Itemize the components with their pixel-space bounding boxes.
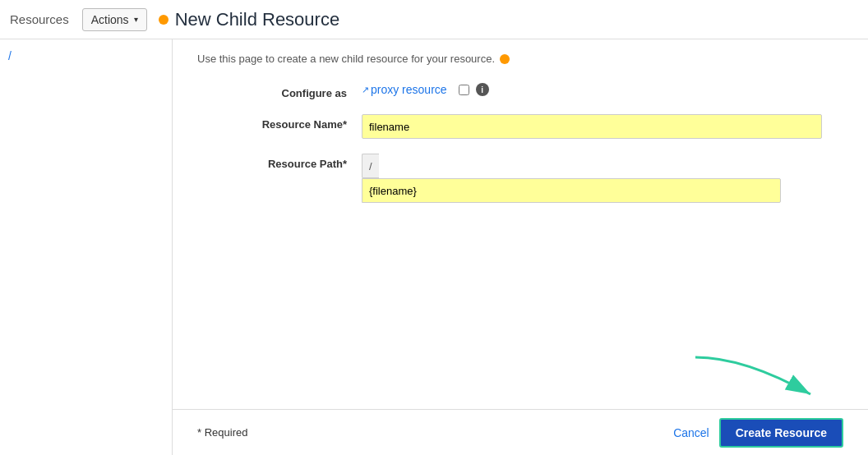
header: Resources Actions ▾ New Child Resource: [0, 0, 868, 39]
path-prefix: /: [362, 154, 379, 178]
form-section: Configure as ↗ proxy resource i: [197, 83, 838, 455]
configure-control: ↗ proxy resource i: [362, 83, 838, 96]
sidebar-root-link[interactable]: /: [8, 49, 12, 62]
cancel-button[interactable]: Cancel: [673, 426, 709, 439]
status-dot: [159, 15, 169, 25]
resource-name-row: Resource Name*: [197, 114, 838, 139]
caret-icon: ▾: [134, 15, 138, 24]
external-link-icon: ↗: [362, 85, 369, 95]
resource-path-input[interactable]: [362, 178, 781, 203]
scrollable-content: Use this page to create a new child reso…: [173, 39, 868, 455]
resources-nav-label: Resources: [10, 12, 69, 26]
proxy-info-icon[interactable]: i: [476, 83, 489, 96]
content-wrapper: Use this page to create a new child reso…: [173, 39, 868, 455]
configure-label: Configure as: [197, 83, 362, 99]
subtitle-info-dot: [500, 54, 510, 64]
page-subtitle: Use this page to create a new child reso…: [197, 53, 843, 65]
resource-name-label: Resource Name*: [197, 114, 362, 131]
sidebar: /: [0, 39, 173, 455]
footer-buttons: Cancel Create Resource: [673, 418, 843, 448]
resource-path-control: /: [362, 154, 781, 203]
create-resource-button[interactable]: Create Resource: [719, 418, 843, 448]
proxy-link-text: proxy resource: [371, 83, 447, 96]
proxy-checkbox-wrap: i: [459, 83, 489, 96]
proxy-checkbox[interactable]: [459, 85, 469, 95]
actions-label: Actions: [91, 13, 129, 26]
subtitle-text: Use this page to create a new child reso…: [197, 53, 495, 65]
required-label: * Required: [197, 426, 247, 439]
footer: * Required Cancel Create Resource: [173, 409, 868, 455]
main-layout: / Use this page to create a new child re…: [0, 39, 868, 455]
proxy-resource-link[interactable]: ↗ proxy resource: [362, 83, 447, 96]
page-title: New Child Resource: [175, 9, 340, 30]
actions-button[interactable]: Actions ▾: [82, 8, 147, 31]
configure-proxy-row: Configure as ↗ proxy resource i: [197, 83, 838, 99]
resource-name-control: [362, 114, 838, 139]
resource-path-label: Resource Path*: [197, 154, 362, 170]
resource-name-input[interactable]: [362, 114, 822, 139]
